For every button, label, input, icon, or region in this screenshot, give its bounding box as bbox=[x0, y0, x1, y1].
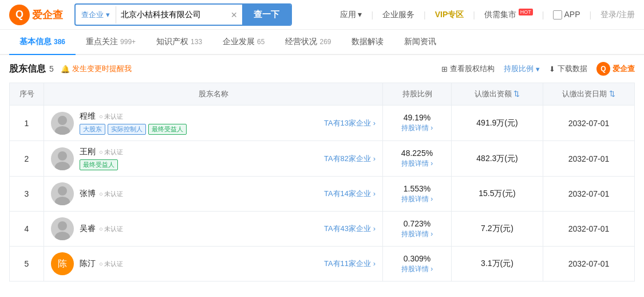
amount-value: 482.3万(元) bbox=[476, 154, 517, 163]
aiqicha-icon: Q bbox=[596, 62, 610, 76]
cell-name: 张博 ○ 未认证 TA有14家企业 › bbox=[44, 177, 383, 212]
logo-text: 爱企查 bbox=[32, 8, 63, 22]
ta-enterprises-link[interactable]: TA有82家企业 › bbox=[324, 154, 376, 164]
svg-point-2 bbox=[58, 151, 67, 161]
table-row: 2 王刚 ○ 未认证 最终受益人 TA有82家企业 › bbox=[10, 141, 635, 177]
cell-name: 陈 陈汀 ○ 未认证 TA有11家企业 › bbox=[44, 247, 383, 282]
tag-最终受益人[interactable]: 最终受益人 bbox=[80, 159, 118, 170]
tag-大股东[interactable]: 大股东 bbox=[80, 124, 105, 135]
tab-key-focus[interactable]: 重点关注999+ bbox=[76, 30, 146, 54]
cert-badge: ○ 未认证 bbox=[99, 190, 123, 198]
avatar bbox=[51, 217, 74, 240]
cell-num: 1 bbox=[10, 105, 44, 141]
date-value: 2032-07-01 bbox=[568, 154, 610, 163]
ta-enterprises-link[interactable]: TA有14家企业 › bbox=[324, 189, 376, 199]
percent-value: 48.225% bbox=[401, 148, 433, 158]
search-type-btn[interactable]: 查企业 ▾ bbox=[76, 6, 116, 24]
avatar bbox=[51, 182, 74, 205]
date-value: 2032-07-01 bbox=[568, 259, 610, 268]
percent-value: 0.723% bbox=[404, 219, 430, 228]
cell-num: 2 bbox=[10, 141, 44, 177]
ta-enterprises-link[interactable]: TA有43家企业 › bbox=[324, 224, 376, 234]
nav-marketplace[interactable]: 供需集市 HOT bbox=[484, 9, 533, 20]
sort-date-icon[interactable]: ⇅ bbox=[609, 89, 615, 98]
cell-date: 2032-07-01 bbox=[543, 177, 635, 212]
hold-detail-link[interactable]: 持股详情 › bbox=[401, 264, 433, 274]
search-button[interactable]: 查一下 bbox=[242, 5, 291, 25]
avatar bbox=[51, 147, 74, 170]
cell-num: 5 bbox=[10, 247, 44, 282]
download-btn[interactable]: ⬇ 下载数据 bbox=[549, 64, 587, 74]
person-name[interactable]: 王刚 bbox=[80, 147, 96, 157]
nav-enterprise-service[interactable]: 企业服务 bbox=[382, 10, 414, 20]
nav-vip[interactable]: VIP专区 bbox=[435, 10, 464, 20]
svg-point-4 bbox=[58, 186, 67, 196]
cell-name: 程维 ○ 未认证 大股东实际控制人最终受益人 TA有13家企业 › bbox=[44, 105, 383, 141]
hot-badge: HOT bbox=[519, 9, 533, 15]
section-count: 5 bbox=[49, 64, 54, 73]
col-header-name: 股东名称 bbox=[44, 83, 383, 105]
cell-date: 2032-07-01 bbox=[543, 212, 635, 247]
cell-percent: 0.723% 持股详情 › bbox=[383, 212, 452, 247]
alert-link[interactable]: 🔔 发生变更时提醒我 bbox=[61, 64, 132, 74]
tab-dev[interactable]: 企业发展65 bbox=[212, 30, 275, 54]
table-header-row: 序号 股东名称 持股比例 认缴出资额 ⇅ 认缴出资日期 ⇅ bbox=[10, 83, 635, 105]
download-icon: ⬇ bbox=[549, 65, 555, 73]
bell-icon: 🔔 bbox=[61, 65, 70, 73]
percent-value: 49.19% bbox=[404, 113, 430, 122]
header: Q 爱企查 查企业 ▾ ✕ 查一下 应用 ▾ | 企业服务 | VIP专区 | … bbox=[0, 0, 644, 30]
tab-news[interactable]: 新闻资讯 bbox=[394, 30, 447, 54]
person-name[interactable]: 陈汀 bbox=[80, 259, 96, 269]
tab-basic-info[interactable]: 基本信息386 bbox=[9, 30, 76, 55]
svg-point-7 bbox=[55, 232, 70, 240]
ta-enterprises-link[interactable]: TA有11家企业 › bbox=[324, 259, 376, 269]
search-input[interactable] bbox=[116, 7, 226, 23]
nav-app[interactable]: APP bbox=[553, 10, 580, 19]
percent-value: 1.553% bbox=[404, 184, 430, 193]
ta-enterprises-link[interactable]: TA有13家企业 › bbox=[324, 118, 376, 128]
hold-detail-link[interactable]: 持股详情 › bbox=[401, 123, 433, 133]
amount-value: 3.1万(元) bbox=[481, 259, 513, 268]
chevron-down-icon: ▾ bbox=[536, 65, 540, 73]
cell-date: 2032-07-01 bbox=[543, 247, 635, 282]
section-title: 股东信息 bbox=[9, 63, 46, 75]
cell-num: 3 bbox=[10, 177, 44, 212]
person-name[interactable]: 吴睿 bbox=[80, 224, 96, 234]
view-structure-btn[interactable]: ⊞ 查看股权结构 bbox=[441, 64, 495, 74]
table-row: 1 程维 ○ 未认证 大股东实际控制人最终受益人 TA有13家企业 › bbox=[10, 105, 635, 141]
hold-ratio-btn[interactable]: 持股比例 ▾ bbox=[504, 64, 540, 74]
aiqicha-logo: Q 爱企查 bbox=[596, 62, 635, 76]
tag-最终受益人[interactable]: 最终受益人 bbox=[148, 124, 187, 135]
svg-point-0 bbox=[58, 116, 67, 125]
hold-detail-link[interactable]: 持股详情 › bbox=[401, 229, 433, 239]
amount-value: 491.9万(元) bbox=[476, 118, 517, 127]
date-value: 2032-07-01 bbox=[568, 189, 610, 198]
cell-num: 4 bbox=[10, 212, 44, 247]
cell-name: 吴睿 ○ 未认证 TA有43家企业 › bbox=[44, 212, 383, 247]
nav-user[interactable]: 登录/注册 bbox=[600, 10, 635, 20]
search-bar: 查企业 ▾ ✕ 查一下 bbox=[74, 3, 292, 26]
col-header-num: 序号 bbox=[10, 83, 44, 105]
nav-apps[interactable]: 应用 ▾ bbox=[340, 10, 362, 20]
cell-percent: 48.225% 持股详情 › bbox=[383, 141, 452, 177]
tab-data-insight[interactable]: 数据解读 bbox=[341, 30, 394, 54]
sort-amount-icon[interactable]: ⇅ bbox=[513, 89, 520, 98]
hold-detail-link[interactable]: 持股详情 › bbox=[401, 194, 433, 204]
logo: Q 爱企查 bbox=[9, 5, 63, 25]
avatar bbox=[51, 112, 74, 135]
person-name[interactable]: 程维 bbox=[80, 111, 96, 122]
cell-percent: 1.553% 持股详情 › bbox=[383, 177, 452, 212]
cell-amount: 7.2万(元) bbox=[452, 212, 543, 247]
search-clear-btn[interactable]: ✕ bbox=[226, 8, 242, 22]
shareholders-table: 序号 股东名称 持股比例 认缴出资额 ⇅ 认缴出资日期 ⇅ 1 bbox=[9, 83, 635, 282]
amount-value: 7.2万(元) bbox=[481, 224, 513, 233]
tab-ip[interactable]: 知识产权133 bbox=[146, 30, 212, 54]
tab-operation[interactable]: 经营状况269 bbox=[275, 30, 341, 54]
hold-detail-link[interactable]: 持股详情 › bbox=[401, 159, 433, 169]
svg-point-3 bbox=[55, 162, 70, 170]
date-value: 2032-07-01 bbox=[568, 119, 610, 128]
tag-实际控制人[interactable]: 实际控制人 bbox=[108, 124, 146, 135]
col-header-amount: 认缴出资额 ⇅ bbox=[452, 83, 543, 105]
person-name[interactable]: 张博 bbox=[80, 189, 96, 199]
cert-badge: ○ 未认证 bbox=[99, 225, 123, 233]
